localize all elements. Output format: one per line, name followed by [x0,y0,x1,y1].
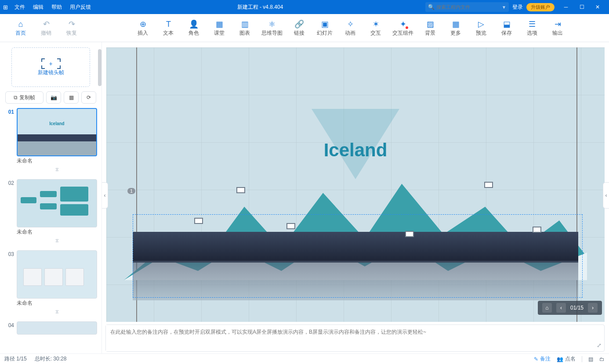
mindmap-button[interactable]: ⚛思维导图 [257,15,286,41]
path-icon: ⟳ [87,94,91,101]
collapse-sidebar-button[interactable]: ‹ [102,182,108,209]
menu-feedback[interactable]: 用户反馈 [66,0,95,14]
options-button[interactable]: ☰选项 [519,15,545,41]
class-icon: ▦ [216,19,223,29]
chart-button[interactable]: ▥图表 [232,15,257,41]
redo-button[interactable]: ↷恢复 [59,15,84,41]
export-icon: ⇥ [555,19,561,29]
slide-thumb-3[interactable]: 03 未命名 ⧖ [4,250,97,319]
frame-navigator: ⌂ ‹ 01/15 › [538,301,602,315]
qr-tool-button[interactable]: ▦ [64,91,79,104]
remark-button[interactable]: ✎备注 [534,355,551,363]
main-toolbar: ⌂首页 ↶撤销 ↷恢复 ⊕插入 T文本 👤角色 ▦课堂 ▥图表 ⚛思维导图 🔗链… [0,14,609,42]
search-box[interactable]: 🔍 ▼ [425,2,509,12]
folder-icon[interactable]: 🗀 [599,356,605,362]
more-button[interactable]: ▦更多 [443,15,468,41]
canvas-area[interactable]: Iceland 1 [102,42,609,322]
preview-button[interactable]: ▷预览 [468,15,494,41]
rollcall-button[interactable]: 👥点名 [557,355,576,363]
slide-preview: Iceland [17,108,97,156]
mindmap-icon: ⚛ [268,19,276,29]
qr-icon: ▦ [69,94,74,101]
animation-button[interactable]: ✧动画 [337,15,363,41]
class-button[interactable]: ▦课堂 [207,15,232,41]
login-link[interactable]: 登录 [512,4,523,11]
output-button[interactable]: ⇥输出 [545,15,570,41]
link-button[interactable]: 🔗链接 [286,15,312,41]
slide-preview [17,250,97,299]
background-button[interactable]: ▨背景 [417,15,443,41]
undo-button[interactable]: ↶撤销 [33,15,59,41]
chevron-down-icon[interactable]: ▼ [502,5,506,10]
slide-button[interactable]: ▣幻灯片 [312,15,337,41]
notes-panel: ⤢ [105,324,605,352]
slide-number: 02 [4,179,14,186]
notes-input[interactable] [106,325,587,351]
frame-marker[interactable] [286,223,295,229]
frame-badge: 1 [127,188,135,194]
status-duration: 总时长: 30:28 [35,355,67,363]
save-button[interactable]: ⬓保存 [494,15,519,41]
frame-marker[interactable] [194,218,203,224]
slide-number: 04 [4,321,14,328]
close-button[interactable]: ✕ [590,0,605,14]
chart-icon: ▥ [241,19,249,29]
slide-panel: + 新建镜头帧 ⧉复制帧 📷 ▦ ⟳ 01 Iceland 未命名 ⧖ 02 未… [0,42,102,355]
grid-icon: ▦ [452,19,460,29]
note-icon: ✎ [534,356,538,362]
layout-icon[interactable]: ▤ [588,356,593,362]
status-path: 路径 1/15 [4,355,27,363]
slide-icon: ▣ [321,19,329,29]
copy-frame-button[interactable]: ⧉复制帧 [5,91,44,104]
slide-preview [17,179,97,227]
slide-number: 03 [4,250,14,257]
insert-button[interactable]: ⊕插入 [130,15,156,41]
camera-tool-button[interactable]: 📷 [46,91,61,104]
frame-marker[interactable] [236,187,245,193]
frame-marker[interactable] [533,227,541,233]
nav-next-button[interactable]: › [588,303,598,313]
person-icon: 👤 [189,19,199,29]
text-button[interactable]: T文本 [156,15,181,41]
stage[interactable]: Iceland 1 [106,47,605,322]
nav-home-button[interactable]: ⌂ [542,303,552,313]
scrollbar[interactable] [98,49,102,86]
open-rightpanel-button[interactable]: ‹ [603,182,609,209]
new-frame-button[interactable]: + 新建镜头帧 [11,47,90,87]
path-tool-button[interactable]: ⟳ [81,91,96,104]
selection-box[interactable] [133,214,583,298]
interact-icon: ✶ [373,19,379,29]
slide-preview [17,321,97,335]
minimize-button[interactable]: ─ [558,0,574,14]
slide-thumb-4[interactable]: 04 [4,321,97,335]
nav-prev-button[interactable]: ‹ [556,303,566,313]
frame-marker[interactable] [484,182,493,188]
sliders-icon: ☰ [529,19,536,29]
background-icon: ▨ [427,19,434,29]
maximize-button[interactable]: ☐ [574,0,590,14]
timer-icon: ⧖ [17,238,97,243]
interact-button[interactable]: ✶交互 [363,15,388,41]
text-icon: T [166,19,171,29]
home-button[interactable]: ⌂首页 [8,15,33,41]
menu-edit[interactable]: 编辑 [29,0,47,14]
canvas-title[interactable]: Iceland [324,140,388,161]
role-button[interactable]: 👤角色 [181,15,207,41]
upgrade-button[interactable]: 升级账户 [526,3,555,11]
slide-caption: 未命名 [17,299,97,307]
window-title: 新建工程 - v4.8.404 [95,4,425,11]
undo-icon: ↶ [43,19,50,29]
menu-bar: 文件 编辑 帮助 用户反馈 [11,0,95,14]
title-bar: ⊞ 文件 编辑 帮助 用户反馈 新建工程 - v4.8.404 🔍 ▼ 登录 升… [0,0,609,14]
frame-marker[interactable] [405,231,414,237]
search-input[interactable] [436,4,502,10]
slide-thumb-1[interactable]: 01 Iceland 未命名 ⧖ [4,108,97,177]
slide-thumb-2[interactable]: 02 未命名 ⧖ [4,179,97,248]
menu-help[interactable]: 帮助 [47,0,66,14]
menu-file[interactable]: 文件 [11,0,29,14]
expand-notes-button[interactable]: ⤢ [597,342,602,349]
slide-number: 01 [4,108,14,115]
new-badge-icon [406,26,408,29]
interact-component-button[interactable]: ✦交互组件 [388,15,417,41]
play-icon: ▷ [478,19,484,29]
